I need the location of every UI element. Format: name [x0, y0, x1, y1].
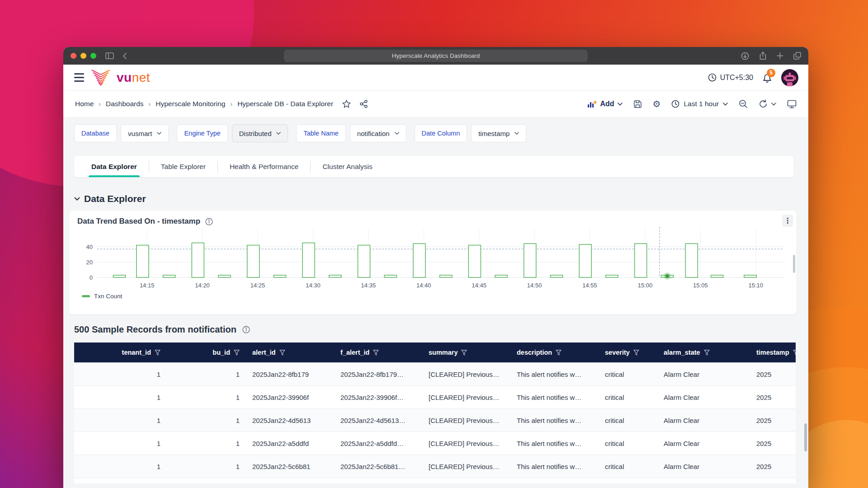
- tab-table-explorer[interactable]: Table Explorer: [149, 156, 217, 177]
- tab-health-performance[interactable]: Health & Performance: [218, 156, 311, 177]
- time-range-picker[interactable]: Last 1 hour: [671, 100, 728, 108]
- window-scrollbar[interactable]: [804, 423, 807, 451]
- refresh-icon[interactable]: [759, 99, 768, 108]
- svg-text:14:30: 14:30: [306, 282, 321, 289]
- cell-f_alert_id: 2025Jan22-8fb179…: [334, 371, 422, 378]
- table-row: 112025Jan22-8fb1792025Jan22-8fb179…[CLEA…: [74, 362, 796, 385]
- cell-tenant_id: 1: [74, 371, 167, 378]
- cell-f_alert_id: 2025Jan22-5c6b81…: [334, 463, 422, 470]
- legend-label: Txn Count: [94, 293, 122, 300]
- notifications-button[interactable]: 5: [762, 72, 772, 83]
- info-icon[interactable]: [205, 218, 213, 225]
- cell-alert_id: 2025Jan22-8fb179: [246, 371, 334, 378]
- cell-bu_id: 1: [167, 394, 246, 401]
- panel-scrollbar[interactable]: [793, 255, 795, 273]
- cell-f_alert_id: 2025Jan22-4d5613…: [334, 417, 422, 424]
- column-header-tenant_id[interactable]: tenant_id: [74, 349, 167, 356]
- filter-value-dropdown[interactable]: notification: [350, 124, 406, 142]
- tab-overview-icon[interactable]: [793, 52, 801, 60]
- chart-legend[interactable]: Txn Count: [77, 293, 788, 300]
- section-title: Data Explorer: [84, 193, 146, 204]
- filter-value-dropdown[interactable]: Distributed: [232, 124, 288, 142]
- svg-text:0: 0: [90, 274, 93, 281]
- share-dashboard-icon[interactable]: [360, 100, 368, 108]
- cell-alert_id: 2025Jan22-a5ddfd: [246, 440, 334, 447]
- save-icon[interactable]: [633, 100, 642, 108]
- column-filter-icon: [279, 350, 285, 356]
- column-header-alarm_state[interactable]: alarm_state: [657, 349, 750, 356]
- column-header-alert_id[interactable]: alert_id: [246, 349, 334, 356]
- cell-alarm_state: Alarm Clear: [657, 371, 750, 378]
- column-label: severity: [605, 349, 630, 356]
- cell-description: This alert notifies w…: [510, 463, 599, 470]
- filter-group: Databasevusmart: [74, 124, 169, 142]
- records-heading: 500 Sample Records from notification: [74, 324, 236, 335]
- back-icon[interactable]: [122, 52, 127, 60]
- hamburger-menu-icon[interactable]: [74, 73, 84, 82]
- column-filter-icon: [461, 350, 467, 356]
- favorite-star-icon[interactable]: [342, 100, 351, 108]
- share-icon[interactable]: [759, 52, 767, 60]
- column-label: bu_id: [212, 349, 230, 356]
- svg-text:14:25: 14:25: [250, 282, 265, 289]
- table-row: 112025Jan22-a5ddfd2025Jan22-a5ddfd…[CLEA…: [74, 432, 796, 455]
- panel-menu-kebab-icon[interactable]: ⋮: [782, 215, 793, 227]
- breadcrumb-separator: ›: [231, 100, 233, 108]
- cell-description: This alert notifies w…: [510, 417, 599, 424]
- column-header-description[interactable]: description: [510, 349, 599, 356]
- chart-title: Data Trend Based On - timestamp: [77, 217, 200, 226]
- cell-summary: [CLEARED] Previous…: [422, 463, 510, 470]
- svg-text:14:45: 14:45: [472, 282, 486, 289]
- column-filter-icon: [793, 350, 796, 356]
- svg-text:14:50: 14:50: [527, 282, 542, 289]
- tab-cluster-analysis[interactable]: Cluster Analysis: [311, 156, 384, 177]
- breadcrumb-item[interactable]: Hyperscale DB - Data Explorer: [237, 100, 333, 108]
- column-header-f_alert_id[interactable]: f_alert_id: [334, 349, 422, 356]
- column-label: alarm_state: [664, 349, 700, 356]
- svg-text:15:05: 15:05: [693, 282, 708, 289]
- filter-value-dropdown[interactable]: timestamp: [471, 124, 526, 142]
- filter-bar: DatabasevusmartEngine TypeDistributedTab…: [74, 124, 797, 142]
- section-header[interactable]: Data Explorer: [74, 193, 797, 204]
- refresh-interval-chevron-icon[interactable]: [771, 103, 776, 106]
- zoom-window-button[interactable]: [90, 53, 96, 59]
- info-icon[interactable]: [242, 326, 250, 333]
- breadcrumb-separator: ›: [99, 100, 101, 108]
- txn-count-chart[interactable]: 0204014:1514:2014:2514:3014:3514:4014:45…: [77, 226, 787, 292]
- settings-gear-icon[interactable]: ⚙: [653, 99, 661, 108]
- avatar[interactable]: [781, 69, 798, 86]
- table-row: 112025Jan22-4d56132025Jan22-4d5613…[CLEA…: [74, 408, 796, 432]
- add-button[interactable]: Add: [587, 100, 622, 108]
- breadcrumb-item[interactable]: Home: [75, 100, 94, 108]
- downloads-icon[interactable]: [741, 52, 749, 60]
- records-table: tenant_idbu_idalert_idf_alert_idsummaryd…: [74, 343, 796, 483]
- address-bar[interactable]: Hyperscale Analytics Dashboard: [284, 50, 588, 62]
- sidebar-toggle-icon[interactable]: [105, 52, 114, 59]
- svg-text:14:20: 14:20: [195, 282, 210, 289]
- minimize-window-button[interactable]: [80, 53, 86, 59]
- dashboard-toolbar: Add ⚙ Last 1 hour: [587, 99, 797, 108]
- breadcrumb-item[interactable]: Dashboards: [106, 100, 144, 108]
- cell-f_alert_id: 2025Jan22-39906f…: [334, 394, 422, 401]
- chevron-down-icon: [618, 103, 623, 106]
- svg-text:15:10: 15:10: [749, 282, 764, 289]
- column-header-summary[interactable]: summary: [422, 349, 510, 356]
- cell-bu_id: 1: [167, 417, 246, 424]
- column-header-bu_id[interactable]: bu_id: [167, 349, 246, 356]
- new-tab-icon[interactable]: [777, 52, 783, 59]
- close-window-button[interactable]: [71, 53, 76, 59]
- chevron-down-icon: [395, 132, 399, 135]
- display-mode-icon[interactable]: [787, 100, 797, 108]
- zoom-out-icon[interactable]: [739, 99, 748, 108]
- timezone-display[interactable]: UTC+5:30: [708, 73, 753, 82]
- breadcrumb-item[interactable]: Hyperscale Monitoring: [156, 100, 225, 108]
- table-header-row: tenant_idbu_idalert_idf_alert_idsummaryd…: [74, 343, 796, 362]
- column-label: alert_id: [252, 349, 276, 356]
- column-header-timestamp[interactable]: timestamp: [750, 349, 796, 356]
- filter-value-dropdown[interactable]: vusmart: [121, 124, 169, 142]
- svg-text:15:00: 15:00: [638, 282, 653, 289]
- cell-bu_id: 1: [167, 463, 246, 470]
- tab-data-explorer[interactable]: Data Explorer: [80, 156, 149, 177]
- cell-bu_id: 1: [167, 371, 246, 378]
- column-header-severity[interactable]: severity: [599, 349, 657, 356]
